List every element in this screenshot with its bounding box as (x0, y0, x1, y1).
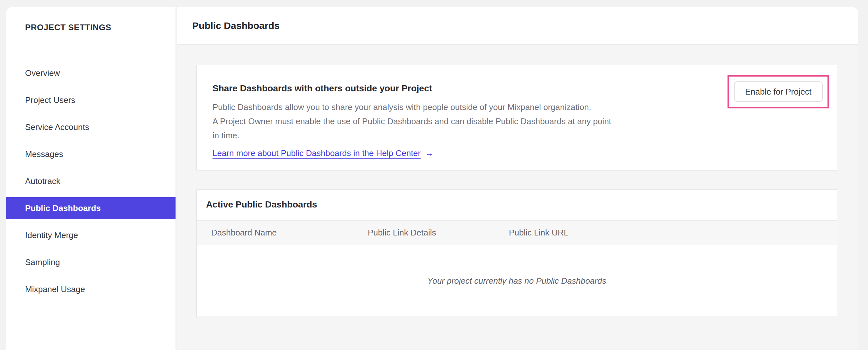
share-dashboards-card: Share Dashboards with others outside you… (196, 65, 837, 171)
learn-more-row: Learn more about Public Dashboards in th… (213, 148, 822, 158)
column-header-public-link-details: Public Link Details (368, 228, 509, 238)
arrow-right-icon: → (425, 148, 434, 158)
main-body: Share Dashboards with others outside you… (177, 45, 858, 349)
sidebar-item-mixpanel-usage[interactable]: Mixpanel Usage (6, 278, 176, 300)
active-dashboards-card: Active Public Dashboards Dashboard Name … (196, 189, 837, 317)
sidebar-item-autotrack[interactable]: Autotrack (6, 170, 176, 192)
sidebar-item-public-dashboards[interactable]: Public Dashboards (6, 197, 176, 219)
sidebar-item-messages[interactable]: Messages (6, 143, 176, 165)
column-header-public-link-url: Public Link URL (509, 228, 837, 238)
project-settings-sidebar: PROJECT SETTINGS Overview Project Users … (6, 7, 176, 350)
page-title: Public Dashboards (192, 20, 280, 31)
column-header-dashboard-name: Dashboard Name (211, 228, 368, 238)
sidebar-nav: Overview Project Users Service Accounts … (6, 62, 176, 300)
sidebar-item-service-accounts[interactable]: Service Accounts (6, 116, 176, 138)
active-card-heading: Active Public Dashboards (197, 190, 837, 210)
sidebar-item-overview[interactable]: Overview (6, 62, 176, 84)
sidebar-item-project-users[interactable]: Project Users (6, 89, 176, 111)
highlight-annotation-box: Enable for Project (727, 75, 829, 109)
dashboards-table-header: Dashboard Name Public Link Details Publi… (197, 221, 837, 245)
enable-for-project-button[interactable]: Enable for Project (734, 81, 823, 102)
empty-state-message: Your project currently has no Public Das… (197, 245, 837, 317)
learn-more-link[interactable]: Learn more about Public Dashboards in th… (213, 148, 421, 158)
sidebar-title: PROJECT SETTINGS (6, 23, 176, 32)
description-line: A Project Owner must enable the use of P… (213, 114, 822, 128)
sidebar-item-sampling[interactable]: Sampling (6, 251, 176, 273)
main-content: Public Dashboards Share Dashboards with … (177, 7, 858, 350)
main-header: Public Dashboards (177, 7, 858, 45)
sidebar-item-identity-merge[interactable]: Identity Merge (6, 224, 176, 246)
description-line: in time. (213, 128, 822, 143)
